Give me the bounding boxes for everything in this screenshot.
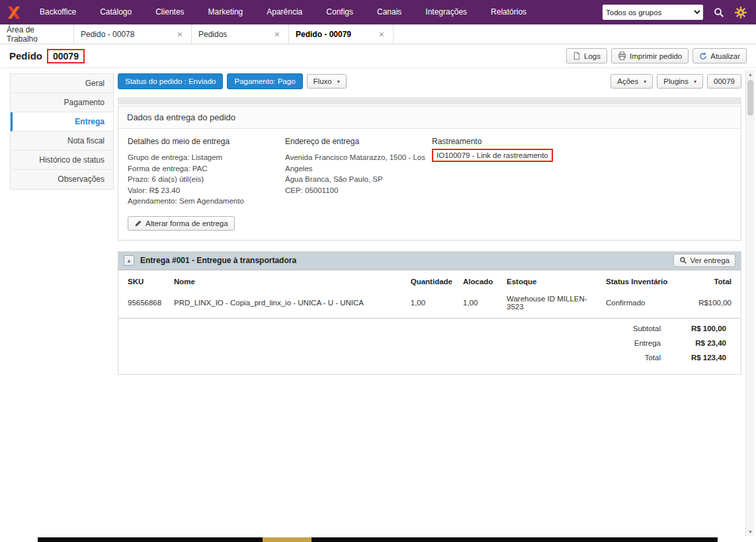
tab-pedido-00078[interactable]: Pedido - 00078 × <box>74 24 192 44</box>
taskbar-strip-accent <box>263 537 312 542</box>
magnifier-icon <box>679 256 687 264</box>
plugins-dropdown-label: Plugins <box>663 77 689 85</box>
collapse-icon[interactable]: ▴ <box>124 255 134 266</box>
sidebar-item-entrega[interactable]: Entrega <box>11 112 113 132</box>
col-header-alocado: Alocado <box>458 270 501 290</box>
top-navigation: Backoffice Catálogo Clientes Marketing A… <box>0 0 756 24</box>
close-icon[interactable]: × <box>175 28 185 40</box>
group-select[interactable]: Todos os grupos <box>603 5 703 20</box>
status-toolbar: Status do pedido : Enviado Pagamento: Pa… <box>118 73 741 89</box>
plugins-dropdown[interactable]: Plugins ▾ <box>657 74 703 89</box>
grand-total-row: Total R$ 123,40 <box>118 350 726 365</box>
search-icon[interactable] <box>714 7 724 18</box>
change-delivery-button[interactable]: Alterar forma de entrega <box>128 216 235 231</box>
refresh-icon <box>699 52 707 60</box>
cell-sku: 95656868 <box>118 290 169 319</box>
gear-icon[interactable] <box>735 7 747 19</box>
tracking-link[interactable]: IO100079 - Link de rastreamento <box>432 149 553 162</box>
col-header-status-inventario: Status Inventário <box>601 270 679 290</box>
caret-down-icon: ▾ <box>337 79 340 85</box>
tab-label: Área de Trabalho <box>7 25 67 44</box>
tracking-column: Rastreamento IO100079 - Link de rastream… <box>432 137 732 207</box>
nav-item-relatorios[interactable]: Relatórios <box>479 0 538 24</box>
address-street-line: Avenida Francisco Matarazzo, 1500 - Los … <box>285 152 432 174</box>
refresh-button[interactable]: Atualizar <box>693 48 747 63</box>
main-panel: Status do pedido : Enviado Pagamento: Pa… <box>118 73 741 375</box>
view-shipment-label: Ver entrega <box>691 256 730 264</box>
cell-total: R$100,00 <box>679 290 741 319</box>
delivery-deadline-line: Prazo: 6 dia(s) útil(eis) <box>128 174 285 185</box>
shipping-total-row: Entrega R$ 23,40 <box>118 336 726 350</box>
nav-item-backoffice[interactable]: Backoffice <box>28 0 88 24</box>
tab-label: Pedidos <box>198 30 227 39</box>
refresh-button-label: Atualizar <box>710 52 740 60</box>
delivery-panel-title: Dados da entrega do pedido <box>118 106 741 129</box>
order-code-label: 00079 <box>714 77 735 85</box>
actions-dropdown-label: Ações <box>617 77 638 85</box>
delivery-details-heading: Detalhes do meio de entrega <box>128 137 285 146</box>
table-row[interactable]: 95656868 PRD_LINX_IO - Copia_prd_linx_io… <box>118 290 741 319</box>
col-header-nome: Nome <box>169 270 405 290</box>
scrollbar-thumb[interactable] <box>747 80 753 116</box>
app-logo[interactable] <box>0 5 28 20</box>
sidebar-item-nota-fiscal[interactable]: Nota fiscal <box>11 132 113 151</box>
order-code-button[interactable]: 00079 <box>707 74 741 89</box>
tab-pedidos[interactable]: Pedidos × <box>192 24 289 44</box>
cell-estoque: Warehouse ID MILLEN-3523 <box>501 290 601 319</box>
close-icon[interactable]: × <box>377 28 386 40</box>
delivery-schedule-line: Agendamento: Sem Agendamento <box>128 196 285 207</box>
topnav-right-controls: Todos os grupos <box>603 5 756 20</box>
status-right-controls: Ações ▾ Plugins ▾ 00079 <box>610 74 741 89</box>
vertical-scrollbar[interactable]: ▲ ▼ <box>745 70 755 536</box>
view-shipment-button[interactable]: Ver entrega <box>673 254 735 267</box>
subtotal-value: R$ 100,00 <box>669 325 726 332</box>
close-icon[interactable]: × <box>273 28 282 40</box>
section-divider <box>118 97 741 104</box>
actions-dropdown[interactable]: Ações ▾ <box>610 74 653 89</box>
print-order-button[interactable]: Imprimir pedido <box>611 48 689 63</box>
tab-area-de-trabalho[interactable]: Área de Trabalho <box>0 24 74 44</box>
col-header-sku: SKU <box>118 270 169 290</box>
nav-item-clientes[interactable]: Clientes <box>144 0 196 24</box>
change-delivery-label: Alterar forma de entrega <box>146 219 228 227</box>
nav-item-canais[interactable]: Canais <box>365 0 413 24</box>
delivery-address-heading: Endereço de entrega <box>285 137 432 146</box>
sidebar-item-geral[interactable]: Geral <box>11 74 113 93</box>
logo-icon <box>7 5 21 20</box>
tab-pedido-00079[interactable]: Pedido - 00079 × <box>289 24 394 44</box>
order-sidebar: Geral Pagamento Entrega Nota fiscal Hist… <box>10 73 114 190</box>
shipping-total-value: R$ 23,40 <box>669 339 726 347</box>
address-city-line: Água Branca, São Paulo, SP <box>285 174 432 185</box>
nav-item-aparencia[interactable]: Aparência <box>255 0 314 24</box>
tab-bar: Área de Trabalho Pedido - 00078 × Pedido… <box>0 24 756 44</box>
nav-item-configs[interactable]: Configs <box>314 0 365 24</box>
totals-summary: Subtotal R$ 100,00 Entrega R$ 23,40 Tota… <box>118 319 741 374</box>
delivery-details-column: Detalhes do meio de entrega Grupo de ent… <box>128 137 285 207</box>
nav-item-integracoes[interactable]: Integrações <box>413 0 479 24</box>
flow-dropdown[interactable]: Fluxo ▾ <box>307 74 347 89</box>
scroll-down-arrow[interactable]: ▼ <box>746 527 755 536</box>
sidebar-item-historico-de-status[interactable]: Histórico de status <box>11 151 113 170</box>
logs-button[interactable]: Logs <box>566 48 607 63</box>
delivery-value-line: Valor: R$ 23.40 <box>128 185 285 196</box>
tab-label: Pedido - 00079 <box>296 30 351 39</box>
address-cep-line: CEP: 05001100 <box>285 185 432 196</box>
nav-item-catalogo[interactable]: Catálogo <box>88 0 144 24</box>
nav-item-marketing[interactable]: Marketing <box>196 0 255 24</box>
sidebar-item-pagamento[interactable]: Pagamento <box>11 93 113 112</box>
order-number: 00079 <box>47 49 85 63</box>
delivery-panel: Dados da entrega do pedido Detalhes do m… <box>118 106 741 241</box>
delivery-address-column: Endereço de entrega Avenida Francisco Ma… <box>285 137 432 207</box>
scroll-up-arrow[interactable]: ▲ <box>746 70 755 79</box>
order-status-badge[interactable]: Status do pedido : Enviado <box>118 73 223 89</box>
cell-status-inventario: Confirmado <box>601 290 679 319</box>
grand-total-value: R$ 123,40 <box>669 354 726 362</box>
page-title: Pedido <box>9 50 42 61</box>
delivery-group-line: Grupo de entrega: Listagem <box>128 152 285 163</box>
sidebar-item-observacoes[interactable]: Observações <box>11 170 113 189</box>
tracking-heading: Rastreamento <box>432 137 732 146</box>
header-buttons: Logs Imprimir pedido Atualizar <box>566 48 747 63</box>
print-button-label: Imprimir pedido <box>630 52 682 60</box>
page-header: Pedido 00079 Logs Imprimir pedido <box>0 44 756 68</box>
payment-status-badge[interactable]: Pagamento: Pago <box>227 73 302 89</box>
